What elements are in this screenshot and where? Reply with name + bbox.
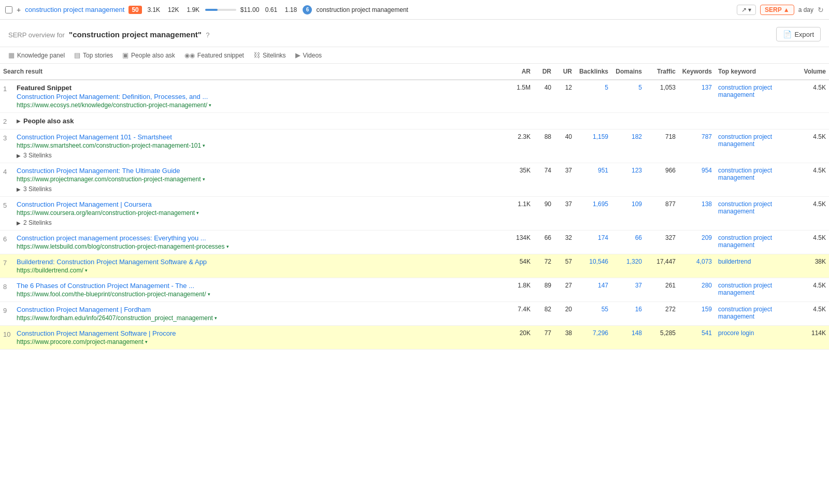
trend-button[interactable]: ↗ ▾ [737, 5, 756, 15]
table-row: 3 Construction Project Management 101 - … [0, 129, 829, 163]
url-dropdown-arrow[interactable]: ▾ [196, 210, 199, 215]
sitelinks-row[interactable]: ▶ 3 Sitelinks [17, 150, 205, 159]
keywords-value[interactable]: 280 [679, 278, 715, 302]
people-also-ask-row[interactable]: ▶ People also ask [17, 117, 74, 125]
result-title-link[interactable]: Buildertrend: Construction Project Manag… [17, 258, 207, 266]
col-header-dr[interactable]: DR [534, 64, 554, 80]
backlinks-value[interactable]: 951 [575, 163, 611, 197]
result-cell: 5 Construction Project Management | Cour… [0, 197, 505, 231]
result-cell: 6 Construction project management proces… [0, 231, 505, 254]
filter-sitelinks[interactable]: ⛓ Sitelinks [253, 51, 286, 59]
col-header-volume[interactable]: Volume [798, 64, 829, 80]
result-title-link[interactable]: Construction Project Management | Fordha… [17, 306, 217, 313]
help-icon[interactable]: ? [206, 31, 209, 39]
top-keyword-value: construction project management [715, 80, 798, 113]
col-header-domains[interactable]: Domains [611, 64, 645, 80]
backlinks-value[interactable]: 7,296 [575, 326, 611, 350]
url-dropdown-arrow[interactable]: ▾ [145, 339, 148, 344]
col-header-ur[interactable]: UR [554, 64, 575, 80]
table-body: 1 Featured Snippet Construction Project … [0, 80, 829, 350]
filter-knowledge-panel[interactable]: ▦ Knowledge panel [8, 51, 65, 59]
volume-value: 4.5K [798, 129, 829, 163]
backlinks-value[interactable]: 1,695 [575, 197, 611, 231]
keywords-value[interactable]: 4,073 [679, 254, 715, 278]
result-cell: 10 Construction Project Management Softw… [0, 326, 505, 350]
backlinks-value[interactable]: 1,159 [575, 129, 611, 163]
keywords-value[interactable]: 137 [679, 80, 715, 113]
url-dropdown-arrow[interactable]: ▾ [226, 244, 229, 249]
backlinks-value[interactable]: 10,546 [575, 254, 611, 278]
export-button[interactable]: 📄 Export [776, 27, 821, 41]
backlinks-value[interactable]: 5 [575, 80, 611, 113]
keywords-value[interactable]: 541 [679, 326, 715, 350]
col-header-backlinks[interactable]: Backlinks [575, 64, 611, 80]
filter-top-stories[interactable]: ▤ Top stories [74, 51, 113, 59]
result-title-link[interactable]: Construction Project Management | Course… [17, 200, 199, 208]
result-index: 9 [3, 306, 17, 314]
filter-videos[interactable]: ▶ Videos [295, 51, 322, 59]
result-index: 6 [3, 234, 17, 243]
result-title-link[interactable]: Construction project management processe… [17, 234, 229, 242]
keywords-value[interactable]: 209 [679, 231, 715, 254]
sitelinks-row[interactable]: ▶ 2 Sitelinks [17, 218, 199, 226]
keywords-value[interactable]: 787 [679, 129, 715, 163]
backlinks-value[interactable]: 174 [575, 231, 611, 254]
url-dropdown-arrow[interactable]: ▾ [85, 268, 88, 273]
result-title-link[interactable]: Construction Project Management: Definit… [17, 93, 211, 100]
result-title-link[interactable]: The 6 Phases of Construction Project Man… [17, 282, 210, 290]
domains-value[interactable]: 66 [611, 231, 645, 254]
url-dropdown-arrow[interactable]: ▾ [208, 292, 210, 297]
result-cell: 7 Buildertrend: Construction Project Man… [0, 254, 505, 278]
table-row: 6 Construction project management proces… [0, 231, 829, 254]
sitelinks-expand-icon[interactable]: ▶ [17, 153, 21, 159]
people-ask-cell: 2 ▶ People also ask [0, 113, 829, 129]
domains-value[interactable]: 16 [611, 302, 645, 326]
serp-button[interactable]: SERP ▲ [760, 5, 794, 15]
result-title-link[interactable]: Construction Project Management 101 - Sm… [17, 133, 205, 141]
metric-v2: 1.18 [283, 6, 298, 13]
sitelinks-expand-icon[interactable]: ▶ [17, 220, 21, 226]
ur-value: 32 [554, 231, 575, 254]
domains-value[interactable]: 182 [611, 129, 645, 163]
volume-value: 4.5K [798, 302, 829, 326]
col-header-traffic[interactable]: Traffic [645, 64, 679, 80]
sitelinks-expand-icon[interactable]: ▶ [17, 186, 21, 192]
url-dropdown-arrow[interactable]: ▾ [203, 143, 205, 148]
filter-featured-snippet[interactable]: ◉◉ Featured snippet [184, 52, 244, 59]
url-dropdown-arrow[interactable]: ▾ [215, 315, 217, 321]
domains-value[interactable]: 37 [611, 278, 645, 302]
keywords-value[interactable]: 138 [679, 197, 715, 231]
col-header-keywords[interactable]: Keywords [679, 64, 715, 80]
result-title-link[interactable]: Construction Project Management Software… [17, 329, 176, 337]
time-label: a day [798, 6, 813, 13]
table-row: 1 Featured Snippet Construction Project … [0, 80, 829, 113]
backlinks-value[interactable]: 147 [575, 278, 611, 302]
domains-value[interactable]: 5 [611, 80, 645, 113]
volume-value: 4.5K [798, 278, 829, 302]
ur-value: 37 [554, 197, 575, 231]
keywords-value[interactable]: 954 [679, 163, 715, 197]
dr-value: 88 [534, 129, 554, 163]
traffic-value: 261 [645, 278, 679, 302]
result-title-link[interactable]: Construction Project Management: The Ult… [17, 167, 205, 175]
domains-value[interactable]: 123 [611, 163, 645, 197]
row-checkbox[interactable] [5, 6, 12, 13]
url-dropdown-arrow[interactable]: ▾ [203, 177, 205, 182]
backlinks-value[interactable]: 55 [575, 302, 611, 326]
filter-people-also-ask[interactable]: ▣ People also ask [122, 51, 175, 59]
col-header-ar[interactable]: AR [505, 64, 534, 80]
expand-icon[interactable]: ▶ [17, 118, 21, 124]
serp-label: SERP [765, 6, 782, 13]
dr-value: 72 [534, 254, 554, 278]
keywords-value[interactable]: 159 [679, 302, 715, 326]
add-icon[interactable]: + [17, 6, 21, 14]
domains-value[interactable]: 148 [611, 326, 645, 350]
url-dropdown-arrow[interactable]: ▾ [209, 103, 211, 108]
sitelinks-row[interactable]: ▶ 3 Sitelinks [17, 184, 205, 193]
domains-value[interactable]: 109 [611, 197, 645, 231]
domains-value[interactable]: 1,320 [611, 254, 645, 278]
col-header-top-keyword[interactable]: Top keyword [715, 64, 798, 80]
top-keyword-value: buildertrend [715, 254, 798, 278]
dr-value: 90 [534, 197, 554, 231]
refresh-button[interactable]: ↻ [818, 6, 824, 14]
